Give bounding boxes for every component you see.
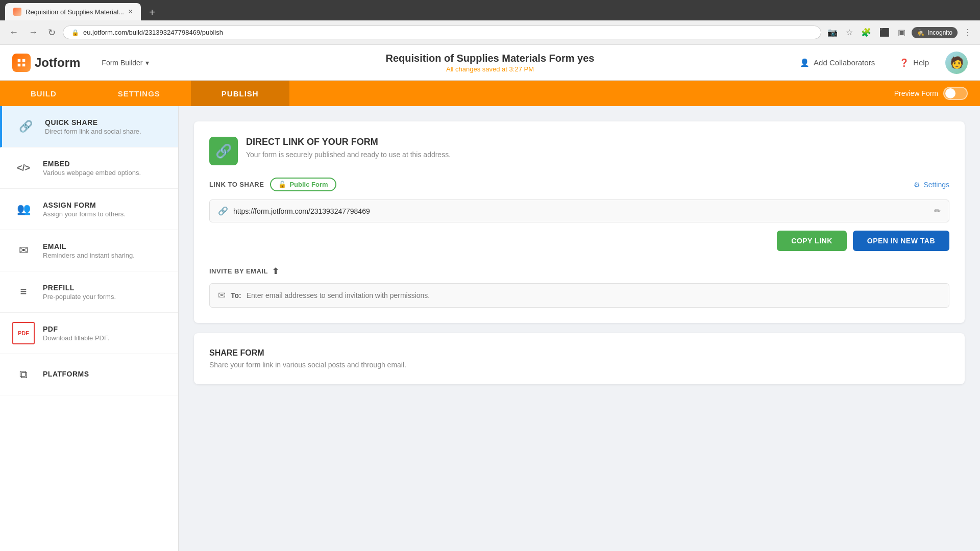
link-to-share-label: LINK TO SHARE [209,181,264,188]
pdf-icon: PDF [12,322,35,344]
tab-settings[interactable]: SETTINGS [87,81,191,106]
sidebar-content-pdf: PDF Download fillable PDF. [43,325,166,342]
direct-link-title: DIRECT LINK OF YOUR FORM [246,137,451,147]
bookmark-icon[interactable]: ☆ [844,26,855,39]
email-envelope-icon: ✉ [218,290,226,301]
profile-icon[interactable]: ⬛ [877,26,892,39]
embed-icon: </> [12,157,35,179]
camera-off-icon[interactable]: 📷 [825,26,840,39]
sidebar-content-platforms: PLATFORMS [43,370,166,379]
form-title: Requisition of Supplies Materials Form y… [386,53,595,64]
upload-icon: ⬆ [272,266,279,276]
chevron-down-icon: ▾ [145,59,149,67]
email-input[interactable] [247,291,941,299]
link-icon-box: 🔗 [209,137,238,165]
browser-window: Requisition of Supplies Material... × + … [0,0,980,45]
share-form-desc: Share your form link in various social p… [209,361,949,369]
preview-form-label: Preview Form [894,89,938,97]
browser-tab[interactable]: Requisition of Supplies Material... × [5,3,141,20]
header-right: 👤 Add Collaborators ❓ Help 🧑 [792,52,968,74]
direct-link-card: 🔗 DIRECT LINK OF YOUR FORM Your form is … [194,121,965,323]
browser-navigation: ← → ↻ 🔒 eu.jotform.com/build/23139324779… [0,20,980,45]
add-collaborators-button[interactable]: 👤 Add Collaborators [792,54,883,71]
to-label: To: [231,291,241,299]
preview-form-area: Preview Form [894,87,980,100]
preview-toggle[interactable] [943,87,968,100]
action-buttons: COPY LINK OPEN IN NEW TAB [209,231,949,251]
logo-text: Jotform [35,56,80,70]
logo-svg [16,57,27,68]
nav-actions: 📷 ☆ 🧩 ⬛ ▣ 🕵 Incognito ⋮ [825,26,974,39]
forward-button[interactable]: → [26,25,41,40]
edit-url-icon[interactable]: ✏ [934,206,941,216]
sidebar-item-assign-form[interactable]: 👥 ASSIGN FORM Assign your forms to other… [0,189,178,230]
url-link-icon: 🔗 [218,206,228,216]
sidebar-content-email: EMAIL Reminders and instant sharing. [43,242,166,259]
jotform-logo[interactable]: Jotform [12,54,80,72]
copy-link-button[interactable]: COPY LINK [777,231,846,251]
sidebar-item-email[interactable]: ✉ EMAIL Reminders and instant sharing. [0,230,178,271]
direct-link-text: DIRECT LINK OF YOUR FORM Your form is se… [246,137,451,159]
save-status: All changes saved at 3:27 PM [386,65,595,73]
sidebar-item-platforms[interactable]: ⧉ PLATFORMS [0,354,178,395]
tab-favicon [13,8,21,16]
link-share-header: LINK TO SHARE 🔓 Public Form ⚙ Settings [209,178,949,191]
sidebar-content-quick-share: QUICK SHARE Direct form link and social … [45,118,166,135]
email-icon: ✉ [12,239,35,262]
app-header: Jotform Form Builder ▾ Requisition of Su… [0,45,980,81]
link-icon: 🔗 [14,115,37,138]
sidebar-title-email: EMAIL [43,242,166,251]
incognito-badge: 🕵 Incognito [912,27,958,38]
lock-icon: 🔒 [71,29,79,36]
settings-link-label: Settings [923,181,949,189]
sidebar: 🔗 QUICK SHARE Direct form link and socia… [0,106,179,551]
tab-close-button[interactable]: × [128,7,133,16]
new-tab-button[interactable]: + [145,5,159,20]
incognito-label: Incognito [927,29,952,36]
form-builder-dropdown[interactable]: Form Builder ▾ [96,56,154,70]
invite-email-section: INVITE BY EMAIL ⬆ ✉ To: [209,266,949,308]
refresh-button[interactable]: ↻ [45,25,59,40]
tab-build[interactable]: BUILD [0,81,87,106]
form-builder-label: Form Builder [102,59,142,67]
address-text: eu.jotform.com/build/231393247798469/pub… [83,29,223,36]
sidebar-desc-assign-form: Assign your forms to others. [43,210,166,218]
open-in-new-tab-button[interactable]: OPEN IN NEW TAB [853,231,949,251]
add-collaborators-label: Add Collaborators [814,58,875,67]
avatar[interactable]: 🧑 [945,52,968,74]
help-button[interactable]: ❓ Help [891,54,937,71]
help-icon: ❓ [899,58,909,67]
main-content: 🔗 DIRECT LINK OF YOUR FORM Your form is … [179,106,980,551]
sidebar-title-embed: EMBED [43,160,166,168]
sidebar-desc-embed: Various webpage embed options. [43,169,166,177]
public-form-label: Public Form [289,181,328,188]
avatar-image: 🧑 [950,56,964,69]
sidebar-item-quick-share[interactable]: 🔗 QUICK SHARE Direct form link and socia… [0,106,178,147]
email-input-row: ✉ To: [209,283,949,308]
sidebar-item-pdf[interactable]: PDF PDF Download fillable PDF. [0,313,178,354]
help-label: Help [913,58,929,67]
main-layout: 🔗 QUICK SHARE Direct form link and socia… [0,106,980,551]
sidebar-content-embed: EMBED Various webpage embed options. [43,160,166,177]
nav-tabs: BUILD SETTINGS PUBLISH Preview Form [0,81,980,106]
lock-open-icon: 🔓 [278,181,286,188]
sidebar-item-prefill[interactable]: ≡ PREFILL Pre-populate your forms. [0,271,178,313]
toggle-knob [945,88,955,98]
public-form-badge[interactable]: 🔓 Public Form [270,178,336,191]
tab-bar: Requisition of Supplies Material... × + [0,0,980,20]
logo-area: Jotform Form Builder ▾ [12,54,154,72]
link-share-section: LINK TO SHARE 🔓 Public Form ⚙ Settings 🔗… [209,178,949,251]
address-bar[interactable]: 🔒 eu.jotform.com/build/231393247798469/p… [63,26,821,39]
extensions-icon[interactable]: 🧩 [859,26,873,39]
settings-link[interactable]: ⚙ Settings [914,181,949,189]
incognito-icon: 🕵 [917,29,924,36]
sidebar-title-assign-form: ASSIGN FORM [43,201,166,209]
url-row: 🔗 https://form.jotform.com/2313932477984… [209,199,949,222]
direct-link-header: 🔗 DIRECT LINK OF YOUR FORM Your form is … [209,137,949,165]
more-options-icon[interactable]: ⋮ [962,26,974,39]
sidebar-toggle-icon[interactable]: ▣ [896,26,908,39]
form-url: https://form.jotform.com/231393247798469 [233,207,929,215]
tab-publish[interactable]: PUBLISH [191,81,289,106]
back-button[interactable]: ← [6,25,21,40]
sidebar-item-embed[interactable]: </> EMBED Various webpage embed options. [0,147,178,189]
